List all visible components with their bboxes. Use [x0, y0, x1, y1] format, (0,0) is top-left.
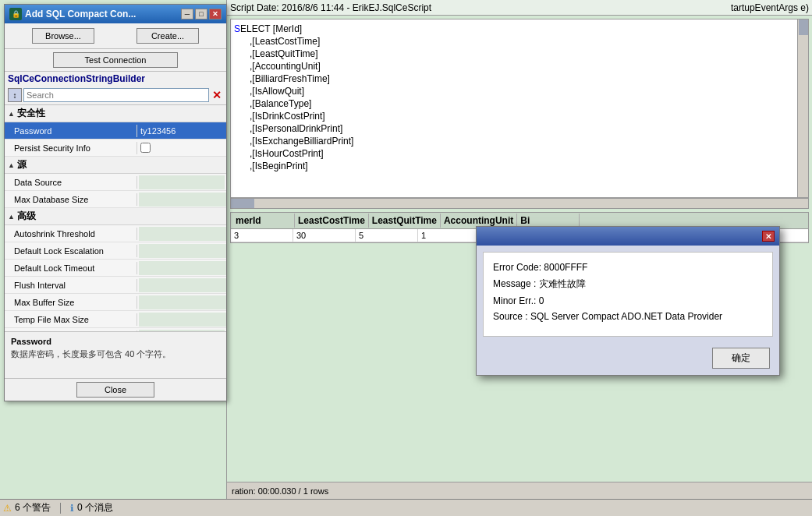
maxbuffersize-input[interactable] [139, 295, 226, 309]
code-line: SELECT [MerId] [234, 23, 805, 35]
main-dialog: 🔒 Add SQL Compact Con... ─ □ ✕ Browse...… [4, 4, 227, 401]
code-line: ,[IsAllowQuit] [234, 85, 805, 97]
password-input[interactable] [139, 124, 225, 138]
prop-row-tempfilemaxsize[interactable]: Temp File Max Size ▲ ▼ [5, 311, 226, 328]
test-connection-button[interactable]: Test Connection [53, 52, 178, 68]
col-header-leastquittime: LeastQuitTime [369, 214, 441, 228]
error-close-button[interactable]: ✕ [762, 231, 775, 242]
prop-row-autoshrink[interactable]: Autoshrink Threshold ▲ ▼ [5, 225, 226, 242]
code-line: ,[IsHourCostPrint] [234, 147, 805, 160]
error-message-line: Message : 灾难性故障 [493, 277, 763, 291]
prop-row-flushinterval[interactable]: Flush Interval ▲ ▼ [5, 277, 226, 294]
datasource-input[interactable] [139, 175, 225, 189]
prop-row-datasource[interactable]: Data Source [5, 174, 226, 191]
error-ok-button[interactable]: 确定 [712, 348, 770, 369]
warning-icon: ⚠ [3, 503, 12, 514]
description-area: Password 数据库密码，长度最多可包含 40 个字符。 [5, 331, 226, 378]
collapse-icon: ▲ [8, 110, 15, 118]
prop-label-locktimeout: Default Lock Timeout [5, 262, 137, 274]
autoshrink-input[interactable] [139, 227, 226, 241]
prop-label-persist-security: Persist Security Info [5, 142, 137, 154]
group-header-security: ▲ 安全性 [5, 105, 226, 122]
right-header-label: tartupEventArgs e) [731, 2, 809, 13]
close-button[interactable]: ✕ [209, 9, 222, 19]
tempfilemaxsize-spinbox: ▲ ▼ [139, 313, 226, 327]
search-bar: ↕ ✕ [5, 86, 226, 105]
group-header-source: ▲ 源 [5, 157, 226, 174]
prop-row-tempfiledir[interactable]: Temp File Directory [5, 328, 226, 331]
message-count: 0 个消息 [77, 501, 113, 514]
prop-row-persist-security[interactable]: Persist Security Info [5, 140, 226, 157]
code-line: ,[IsExchangeBilliardPrint] [234, 135, 805, 147]
persist-security-checkbox[interactable] [140, 143, 151, 153]
group-label-advanced: 高级 [17, 210, 36, 223]
prop-row-maxdbsize[interactable]: Max Database Size ▲ ▼ [5, 191, 226, 208]
section-title-text: SqlCeConnectionStringBuilder [8, 73, 145, 84]
prop-label-password: Password [5, 125, 137, 137]
col-header-leastcosttime: LeastCostTime [295, 214, 369, 228]
collapse-icon-source: ▲ [8, 161, 15, 169]
error-code-line: Error Code: 8000FFFF [493, 262, 763, 273]
locktimeout-input[interactable] [139, 261, 226, 275]
lockescalation-input[interactable] [139, 244, 226, 258]
tempfilemaxsize-input[interactable] [139, 313, 226, 327]
titlebar-left: 🔒 Add SQL Compact Con... [9, 8, 136, 20]
script-date-label: Script Date: 2016/8/6 11:44 - ErikEJ.Sql… [230, 2, 431, 13]
test-connection-row: Test Connection [5, 49, 226, 72]
taskbar: ⚠ 6 个警告 ℹ 0 个消息 [0, 499, 812, 516]
prop-value-password [137, 123, 226, 139]
code-line: ,[AccountingUnit] [234, 60, 805, 72]
restore-button[interactable]: □ [195, 9, 207, 19]
prop-row-maxbuffersize[interactable]: Max Buffer Size ▲ ▼ [5, 294, 226, 311]
error-ok-row: 确定 [477, 343, 779, 375]
taskbar-messages: ℹ 0 个消息 [70, 501, 113, 514]
dialog-close-row: Close [5, 378, 226, 401]
code-line: ,[LeastCostTime] [234, 35, 805, 48]
prop-value-flushinterval: ▲ ▼ [137, 277, 226, 293]
dialog-top-buttons: Browse... Create... [5, 23, 226, 49]
prop-value-maxbuffersize: ▲ ▼ [137, 295, 226, 310]
prop-value-tempfilemaxsize: ▲ ▼ [137, 312, 226, 327]
cell-leastcosttime: 30 [293, 229, 356, 242]
code-scrollbar[interactable] [797, 19, 808, 197]
minimize-button[interactable]: ─ [181, 9, 193, 19]
prop-value-tempfiledir [137, 329, 226, 332]
group-header-advanced: ▲ 高级 [5, 208, 226, 225]
prop-label-autoshrink: Autoshrink Threshold [5, 228, 137, 240]
browse-button[interactable]: Browse... [32, 28, 94, 44]
prop-row-lockescalation[interactable]: Default Lock Escalation ▲ ▼ [5, 242, 226, 260]
desc-title: Password [11, 337, 220, 346]
prop-value-datasource [137, 175, 226, 190]
search-clear-icon[interactable]: ✕ [211, 89, 223, 101]
error-minor-line: Minor Err.: 0 [493, 295, 763, 306]
dialog-icon: 🔒 [9, 8, 22, 20]
cell-leastquittime: 5 [356, 229, 418, 242]
lockescalation-spinbox: ▲ ▼ [139, 244, 226, 258]
dialog-close-button[interactable]: Close [76, 382, 154, 398]
code-content: SELECT [MerId] ,[LeastCostTime] ,[LeastQ… [231, 19, 808, 198]
search-input[interactable] [23, 88, 209, 102]
cell-merid: 3 [231, 229, 293, 242]
prop-label-flushinterval: Flush Interval [5, 279, 137, 292]
main-dialog-title: Add SQL Compact Con... [25, 9, 136, 19]
error-titlebar: ✕ [477, 227, 779, 246]
prop-row-locktimeout[interactable]: Default Lock Timeout ▲ ▼ [5, 260, 226, 277]
tempfiledir-input[interactable] [139, 330, 225, 332]
desc-text: 数据库密码，长度最多可包含 40 个字符。 [11, 348, 220, 360]
error-body: Error Code: 8000FFFF Message : 灾难性故障 Min… [483, 252, 773, 337]
warning-count: 6 个警告 [15, 501, 51, 514]
sort-icon[interactable]: ↕ [8, 88, 22, 102]
maxdbsize-input[interactable] [139, 193, 226, 207]
code-line: ,[BalanceType] [234, 97, 805, 110]
col-header-merid: merId [232, 214, 295, 228]
prop-row-password[interactable]: Password [5, 122, 226, 140]
create-button[interactable]: Create... [137, 28, 199, 44]
prop-label-maxdbsize: Max Database Size [5, 193, 137, 206]
code-line: ,[IsBeginPrint] [234, 160, 805, 172]
flushinterval-input[interactable] [139, 278, 226, 292]
maxbuffersize-spinbox: ▲ ▼ [139, 295, 226, 309]
error-source-line: Source : SQL Server Compact ADO.NET Data… [493, 311, 763, 322]
properties-list[interactable]: ▲ 安全性 Password Persist Security Info ▲ 源… [5, 105, 226, 331]
prop-value-locktimeout: ▲ ▼ [137, 260, 226, 276]
code-hscrollbar[interactable] [230, 198, 809, 209]
